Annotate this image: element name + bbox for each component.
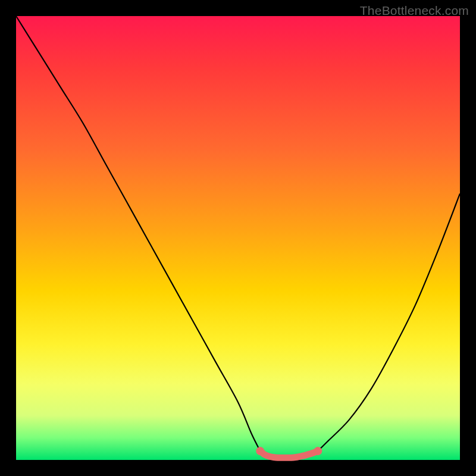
watermark-text: TheBottleneck.com — [360, 4, 469, 18]
flat-minimum-left-dot — [256, 447, 264, 455]
flat-minimum-right-dot — [314, 447, 322, 455]
curve-layer — [16, 16, 460, 460]
plot-area — [16, 16, 460, 460]
chart-frame: TheBottleneck.com — [0, 0, 476, 476]
flat-minimum-marker — [260, 451, 318, 458]
right-branch-curve — [318, 193, 460, 451]
left-branch-curve — [16, 16, 260, 451]
